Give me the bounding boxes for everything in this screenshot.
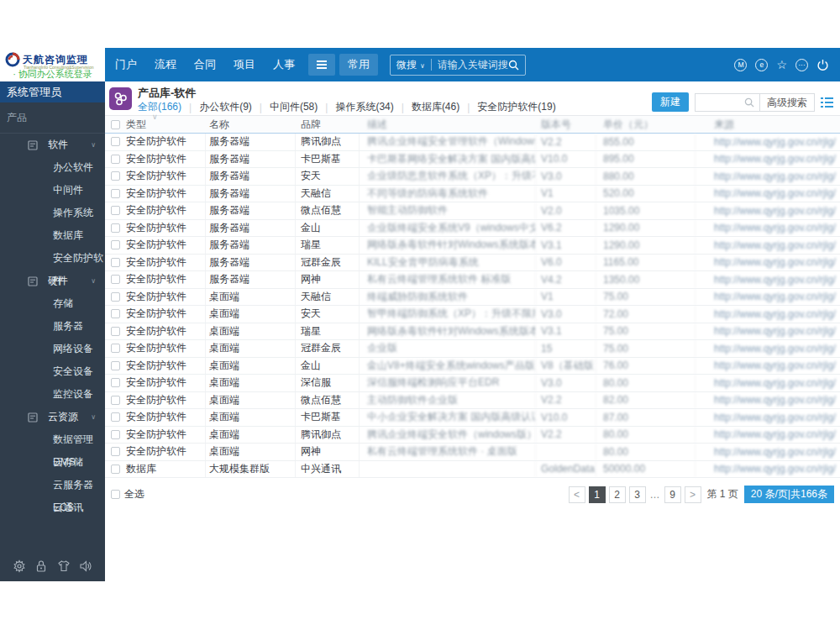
cell-source-link[interactable]: http://www.qyrjg.gov.cn/rjlg/ <box>696 202 840 219</box>
nav-menu-button[interactable] <box>308 54 335 76</box>
table-row[interactable]: 安全防护软件 服务器端 瑞星 网络版杀毒软件针对Windows系统版本 V3.1… <box>105 237 840 255</box>
theme-shirt-icon[interactable] <box>57 559 71 573</box>
sound-speaker-icon[interactable] <box>79 559 92 573</box>
sidebar-group-1[interactable]: 硬件 ∨ <box>0 270 105 292</box>
nav-item-3[interactable]: 项目 <box>234 57 255 72</box>
page-button-2[interactable]: 2 <box>609 486 626 503</box>
nav-item-2[interactable]: 合同 <box>194 57 216 72</box>
nav-item-0[interactable]: 门户 <box>115 57 137 72</box>
cell-source-link[interactable]: http://www.qyrjg.gov.cn/rjlg/ <box>696 444 840 460</box>
sidebar-item-0-0[interactable]: 办公软件 <box>0 156 105 179</box>
tab-1[interactable]: 办公软件(9) <box>199 100 252 114</box>
cell-source-link[interactable]: http://www.qyrjg.gov.cn/rjlg/ <box>696 427 840 444</box>
row-checkbox[interactable] <box>111 275 120 284</box>
tab-0[interactable]: 全部(166) <box>138 100 181 114</box>
oa-login-link[interactable]: · 协同办公系统登录 <box>0 68 105 81</box>
row-checkbox[interactable] <box>111 447 120 456</box>
row-checkbox[interactable] <box>111 412 120 422</box>
table-row[interactable]: 安全防护软件 服务器端 金山 企业版终端安全系统V9（windows中文版） V… <box>105 220 840 238</box>
sidebar-item-1-2[interactable]: 网络设备 <box>0 338 105 360</box>
global-search-input[interactable] <box>438 59 508 71</box>
row-checkbox[interactable] <box>111 396 120 405</box>
row-checkbox[interactable] <box>111 378 120 387</box>
cell-source-link[interactable]: http://www.qyrjg.gov.cn/rjlg/ <box>696 271 840 288</box>
table-row[interactable]: 安全防护软件 桌面端 天融信 终端威胁防御系统软件 V1 75.00 http:… <box>105 289 840 307</box>
m-circle-icon[interactable]: M <box>734 59 747 71</box>
favorite-star-icon[interactable]: ☆ <box>776 59 787 71</box>
row-checkbox[interactable] <box>111 344 120 353</box>
table-row[interactable]: 安全防护软件 服务器端 卡巴斯基 卡巴斯基网络安全解决方案 国内版高级认证版 V… <box>105 151 840 169</box>
more-circle-icon[interactable]: ··· <box>795 59 808 71</box>
table-row[interactable]: 安全防护软件 桌面端 安天 智甲终端防御系统（XP）：升级不限期 V3.0 72… <box>105 306 840 323</box>
row-checkbox[interactable] <box>111 137 120 146</box>
cell-source-link[interactable]: http://www.qyrjg.gov.cn/rjlg/ <box>696 340 840 357</box>
table-row[interactable]: 安全防护软件 桌面端 微点佰慧 主动防御软件企业版 V2.2 82.00 htt… <box>105 392 840 410</box>
table-search-input[interactable] <box>696 94 739 111</box>
cell-source-link[interactable]: http://www.qyrjg.gov.cn/rjlg/ <box>696 409 840 426</box>
tab-4[interactable]: 数据库(46) <box>412 100 459 114</box>
sidebar-group-0[interactable]: 软件 ∨ <box>0 134 105 156</box>
row-checkbox[interactable] <box>111 430 120 439</box>
cell-source-link[interactable]: http://www.qyrjg.gov.cn/rjlg/ <box>696 289 840 306</box>
cell-source-link[interactable]: http://www.qyrjg.gov.cn/rjlg/ <box>696 375 840 391</box>
header-checkbox[interactable] <box>111 120 120 129</box>
row-checkbox[interactable] <box>111 309 120 318</box>
row-checkbox[interactable] <box>111 465 120 474</box>
nav-item-4[interactable]: 人事 <box>273 57 295 72</box>
table-row[interactable]: 安全防护软件 桌面端 瑞星 网络版杀毒软件针对Windows系统版本 V3.1 … <box>105 323 840 341</box>
table-row[interactable]: 安全防护软件 服务器端 天融信 不同等级的防病毒系统软件 V1 520.00 h… <box>105 186 840 203</box>
page-button-3[interactable]: 3 <box>629 486 646 503</box>
cell-source-link[interactable]: http://www.qyrjg.gov.cn/rjlg/ <box>696 220 840 237</box>
sidebar-item-1-3[interactable]: 安全设备 <box>0 360 105 383</box>
sidebar-item-2-1[interactable]: 云存储 <box>0 451 105 474</box>
row-checkbox[interactable] <box>111 292 120 302</box>
power-icon[interactable] <box>816 59 829 71</box>
cell-source-link[interactable]: http://www.qyrjg.gov.cn/rjlg/ <box>696 237 840 254</box>
cell-source-link[interactable]: http://www.qyrjg.gov.cn/rjlg/ <box>696 358 840 375</box>
cell-source-link[interactable]: http://www.qyrjg.gov.cn/rjlg/ <box>696 255 840 271</box>
page-size-badge[interactable]: 20 条/页|共166条 <box>744 486 834 503</box>
row-checkbox[interactable] <box>111 171 120 181</box>
tab-2[interactable]: 中间件(58) <box>270 100 318 114</box>
sidebar-item-1-0[interactable]: 存储 <box>0 292 105 315</box>
cell-source-link[interactable]: http://www.qyrjg.gov.cn/rjlg/ <box>696 168 840 185</box>
cell-source-link[interactable]: http://www.qyrjg.gov.cn/rjlg/ <box>696 323 840 340</box>
next-page-button[interactable]: > <box>685 486 701 503</box>
row-checkbox[interactable] <box>111 155 120 164</box>
table-row[interactable]: 安全防护软件 桌面端 冠群金辰 企业版 15 75.00 http://www.… <box>105 340 840 358</box>
table-row[interactable]: 安全防护软件 服务器端 冠群金辰 KILL安全胄甲防病毒系统 V6.0 1165… <box>105 255 840 272</box>
cell-source-link[interactable]: http://www.qyrjg.gov.cn/rjlg/ <box>696 306 840 323</box>
sidebar-item-1-4[interactable]: 监控设备 <box>0 383 105 406</box>
tab-3[interactable]: 操作系统(34) <box>335 100 393 114</box>
sidebar-item-2-2[interactable]: 云服务器ECS <box>0 474 105 496</box>
settings-gear-icon[interactable] <box>13 559 26 573</box>
lock-icon[interactable] <box>34 559 48 573</box>
tab-5[interactable]: 安全防护软件(19) <box>477 100 555 114</box>
row-checkbox[interactable] <box>111 327 120 336</box>
message-circle-icon[interactable]: e <box>755 59 768 71</box>
select-all-checkbox[interactable] <box>111 490 120 499</box>
page-button-1[interactable]: 1 <box>589 486 606 503</box>
nav-item-common[interactable]: 常用 <box>339 54 378 76</box>
table-row[interactable]: 安全防护软件 桌面端 腾讯御点 腾讯企业终端安全软件（windows版）· V2… <box>105 427 840 444</box>
prev-page-button[interactable]: < <box>569 486 585 503</box>
cell-source-link[interactable]: http://www.qyrjg.gov.cn/rjlg/ <box>696 461 840 478</box>
table-row[interactable]: 安全防护软件 桌面端 深信服 深信服终端检测响应平台EDR V3.0 80.00… <box>105 375 840 392</box>
table-row[interactable]: 安全防护软件 服务器端 腾讯御点 腾讯企业终端安全管理软件（Windows版） … <box>105 134 840 151</box>
sidebar-group-2[interactable]: 云资源 ∨ <box>0 406 105 428</box>
sidebar-item-0-3[interactable]: 数据库 <box>0 224 105 247</box>
row-checkbox[interactable] <box>111 206 120 215</box>
table-row[interactable]: 安全防护软件 服务器端 安天 企业级防恶意软件系统（XP）：升级不限期 V3.0… <box>105 168 840 186</box>
list-view-icon[interactable] <box>821 97 833 108</box>
search-icon[interactable] <box>744 97 754 108</box>
table-row[interactable]: 安全防护软件 桌面端 金山 金山V8+终端安全系统windows产品版 V8（基… <box>105 358 840 375</box>
row-checkbox[interactable] <box>111 258 120 267</box>
sidebar-item-0-2[interactable]: 操作系统 <box>0 202 105 224</box>
cell-source-link[interactable]: http://www.qyrjg.gov.cn/rjlg/ <box>696 134 840 150</box>
table-row[interactable]: 数据库 大规模集群版 中兴通讯 GoldenData s... 50000.00… <box>105 461 840 479</box>
table-row[interactable]: 安全防护软件 服务器端 微点佰慧 智能主动防御软件 V2.0 1035.00 h… <box>105 202 840 220</box>
table-row[interactable]: 安全防护软件 服务器端 网神 私有云终端管理系统软件 标准版 V4.2 1350… <box>105 271 840 289</box>
page-button-9[interactable]: 9 <box>664 486 681 503</box>
sidebar-item-0-1[interactable]: 中间件 <box>0 179 105 202</box>
row-checkbox[interactable] <box>111 223 120 233</box>
